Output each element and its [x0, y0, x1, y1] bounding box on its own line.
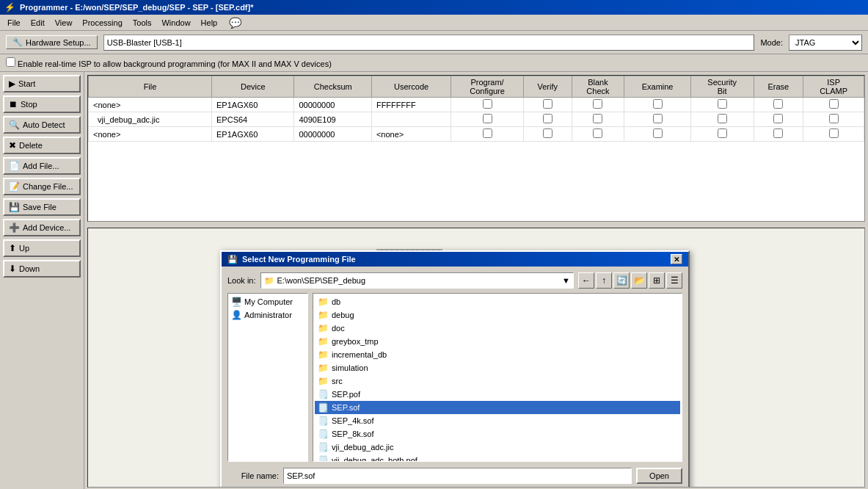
auto-detect-button[interactable]: 🔍 Auto Detect — [3, 116, 81, 134]
cell-program[interactable] — [451, 127, 524, 142]
file-item-sep-8k-sof[interactable]: 🗒️ SEP_8k.sof — [315, 427, 680, 441]
file-icon: 🗒️ — [318, 455, 329, 462]
file-item-debug[interactable]: 📁 debug — [315, 308, 680, 322]
cell-clamp[interactable] — [803, 98, 864, 112]
cell-erase[interactable] — [754, 98, 803, 112]
tree-administrator[interactable]: 👤 Administrator — [230, 308, 306, 322]
main-area: ▶ Start ⏹ Stop 🔍 Auto Detect ✖ Delete 📄 … — [0, 72, 868, 489]
cell-blank[interactable] — [572, 112, 624, 127]
hardware-setup-button[interactable]: 🔧 Hardware Setup... — [6, 35, 98, 49]
open-button[interactable]: Open — [636, 468, 682, 484]
down-label: Down — [19, 264, 40, 273]
cell-examine[interactable] — [624, 127, 691, 142]
view-details-button[interactable]: ☰ — [666, 272, 682, 289]
up-icon: ⬆ — [9, 243, 16, 253]
save-file-button[interactable]: 💾 Save File — [3, 198, 81, 216]
programmer-table[interactable]: File Device Checksum Usercode Program/Co… — [87, 75, 865, 222]
folder-icon: 📁 — [318, 323, 329, 333]
file-name-input[interactable] — [283, 468, 632, 484]
change-file-button[interactable]: 📝 Change File... — [3, 178, 81, 195]
file-item-src[interactable]: 📁 src — [315, 374, 680, 388]
table-row[interactable]: <none> EP1AGX60 00000000 <none> — [89, 127, 864, 142]
tree-my-computer[interactable]: 🖥️ My Computer — [230, 295, 306, 308]
file-label: debug — [332, 311, 354, 319]
table-row[interactable]: vji_debug_adc.jic EPCS64 4090E109 — [89, 112, 864, 127]
dialog-close-button[interactable]: ✕ — [671, 254, 682, 264]
cell-examine[interactable] — [624, 112, 691, 127]
col-security: SecurityBit — [690, 76, 754, 98]
delete-button[interactable]: ✖ Delete — [3, 137, 81, 154]
nav-back-button[interactable]: ← — [578, 272, 594, 289]
menu-view[interactable]: View — [51, 17, 77, 29]
file-item-vji-jic[interactable]: 🗒️ vji_debug_adc.jic — [315, 441, 680, 454]
file-item-doc[interactable]: 📁 doc — [315, 322, 680, 335]
view-large-button[interactable]: ⊞ — [649, 272, 665, 289]
file-label: SEP.pof — [332, 390, 360, 399]
cell-erase[interactable] — [754, 112, 803, 127]
file-label: SEP.sof — [332, 403, 360, 412]
nav-refresh-button[interactable]: 🔄 — [613, 272, 630, 289]
stop-button[interactable]: ⏹ Stop — [3, 95, 81, 113]
cell-verify[interactable] — [523, 98, 572, 112]
col-device: Device — [212, 76, 294, 98]
file-icon: 🗒️ — [318, 442, 329, 452]
file-item-sep-pof[interactable]: 🗒️ SEP.pof — [315, 388, 680, 401]
hardware-setup-label: Hardware Setup... — [26, 38, 91, 47]
file-label: simulation — [332, 363, 368, 372]
cell-clamp[interactable] — [803, 112, 864, 127]
add-device-button[interactable]: ➕ Add Device... — [3, 219, 81, 236]
app-icon: ⚡ — [4, 2, 15, 12]
up-label: Up — [19, 244, 29, 253]
file-item-incremental-db[interactable]: 📁 incremental_db — [315, 348, 680, 361]
cell-program[interactable] — [451, 112, 524, 127]
isp-label[interactable]: Enable real-time ISP to allow background… — [6, 59, 332, 68]
auto-detect-icon: 🔍 — [9, 120, 20, 130]
menu-help[interactable]: Help — [197, 17, 222, 29]
start-button[interactable]: ▶ Start — [3, 75, 81, 93]
cell-security[interactable] — [690, 98, 754, 112]
cell-verify[interactable] — [523, 127, 572, 142]
cell-program[interactable] — [451, 98, 524, 112]
content-area: File Device Checksum Usercode Program/Co… — [84, 72, 868, 489]
nav-up-button[interactable]: ↑ — [596, 272, 612, 289]
cell-blank[interactable] — [572, 127, 624, 142]
tree-panel[interactable]: 🖥️ My Computer 👤 Administrator — [227, 293, 308, 462]
cell-security[interactable] — [690, 127, 754, 142]
menu-file[interactable]: File — [3, 17, 25, 29]
table-row[interactable]: <none> EP1AGX60 00000000 FFFFFFFF — [89, 98, 864, 112]
file-label: vji_debug_adc.jic — [332, 443, 393, 452]
tree-administrator-label: Administrator — [244, 311, 292, 319]
isp-checkbox[interactable] — [6, 57, 15, 67]
file-item-sep-4k-sof[interactable]: 🗒️ SEP_4k.sof — [315, 414, 680, 427]
file-item-vji-both-pof[interactable]: 🗒️ vji_debug_adc_both.pof — [315, 454, 680, 462]
cell-checksum: 00000000 — [294, 98, 371, 112]
menu-window[interactable]: Window — [157, 17, 194, 29]
file-item-simulation[interactable]: 📁 simulation — [315, 361, 680, 374]
folder-icon: 📁 — [264, 276, 274, 286]
files-panel[interactable]: 📁 db 📁 debug 📁 doc — [313, 293, 682, 462]
sidebar: ▶ Start ⏹ Stop 🔍 Auto Detect ✖ Delete 📄 … — [0, 72, 84, 489]
nav-new-folder-button[interactable]: 📂 — [631, 272, 647, 289]
dialog-body: Look in: 📁 E:\won\SEP\SEP_debug ▼ ← ↑ 🔄 … — [222, 267, 688, 488]
file-item-db[interactable]: 📁 db — [315, 295, 680, 308]
cell-clamp[interactable] — [803, 127, 864, 142]
file-item-sep-sof[interactable]: 🗒️ SEP.sof — [315, 401, 680, 414]
up-button[interactable]: ⬆ Up — [3, 239, 81, 257]
mode-select[interactable]: JTAG — [789, 35, 862, 51]
look-in-combo[interactable]: 📁 E:\won\SEP\SEP_debug ▼ — [260, 272, 574, 289]
file-item-greybox[interactable]: 📁 greybox_tmp — [315, 335, 680, 348]
add-file-button[interactable]: 📄 Add File... — [3, 157, 81, 175]
menu-edit[interactable]: Edit — [26, 17, 49, 29]
col-program: Program/Configure — [451, 76, 524, 98]
hardware-icon: 🔧 — [12, 37, 23, 47]
hardware-input[interactable] — [103, 35, 755, 51]
cell-erase[interactable] — [754, 127, 803, 142]
cell-blank[interactable] — [572, 98, 624, 112]
cell-security[interactable] — [690, 112, 754, 127]
menu-processing[interactable]: Processing — [78, 17, 126, 29]
down-button[interactable]: ⬇ Down — [3, 260, 81, 278]
cell-verify[interactable] — [523, 112, 572, 127]
menu-tools[interactable]: Tools — [128, 17, 156, 29]
cell-examine[interactable] — [624, 98, 691, 112]
toolbar: 🔧 Hardware Setup... Mode: JTAG — [0, 31, 868, 54]
